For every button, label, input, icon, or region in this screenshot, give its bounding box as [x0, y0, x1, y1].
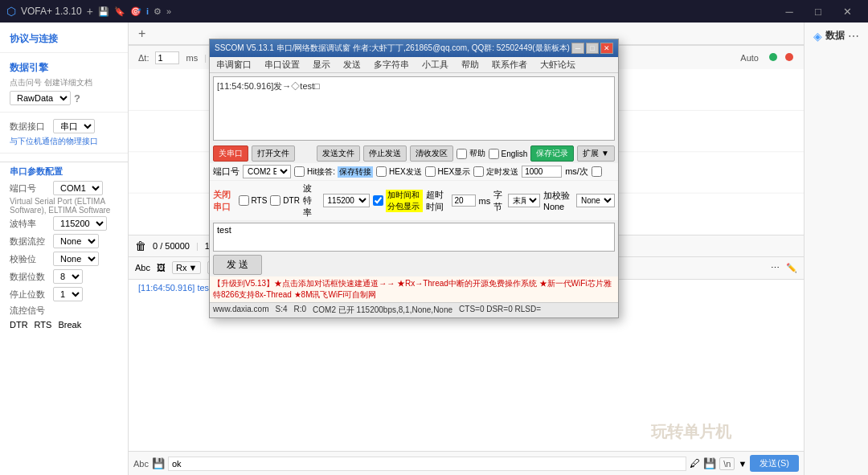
serial-config-title: 串口参数配置: [0, 162, 128, 179]
rawdata-select[interactable]: RawData: [10, 91, 71, 105]
divider-2: [0, 112, 128, 113]
baud-modal-label: 波特率: [303, 182, 320, 219]
flow-select[interactable]: None: [53, 234, 99, 248]
title-bar-left: ⬡ VOFA+ 1.3.10 + 💾 🔖 🎯 i ⚙ »: [6, 5, 171, 18]
data-bits-row: 数据位数 8: [0, 268, 128, 285]
title-bar-icons: + 💾 🔖 🎯 i ⚙ »: [87, 5, 171, 18]
modal-cts: CTS=0 DSR=0 RLSD=: [459, 305, 541, 316]
target-icon[interactable]: 🎯: [130, 6, 141, 17]
close-button[interactable]: ✕: [833, 0, 862, 23]
modal-s: S:4: [275, 305, 287, 316]
modal-config-row: 端口号 COM2 ELTIMA Virtual Serial Hit接答: 保存…: [210, 163, 618, 181]
modal-send-row: 发 送: [210, 253, 618, 276]
break-label: Break: [58, 320, 81, 330]
save-log-btn[interactable]: 保存记录: [530, 145, 574, 162]
app-icon: ⬡: [6, 5, 16, 18]
modal-url: www.daxia.com: [213, 305, 268, 316]
active-port-btn[interactable]: 关闭串口: [213, 189, 235, 213]
end-select[interactable]: 末尾: [508, 194, 540, 207]
menu-send[interactable]: 发送: [340, 57, 364, 72]
stop-bits-label: 停止位数: [10, 289, 50, 301]
ext-btn[interactable]: 扩展 ▼: [577, 145, 615, 162]
dtr-checkbox[interactable]: [270, 195, 280, 206]
title-bar-controls: ─ □ ✕: [775, 0, 862, 23]
modal-send-btn[interactable]: 发 送: [213, 255, 262, 275]
content-area: + Δt: ms | 缓冲区上限: /ch | Auto点数对齐: Auto: [129, 23, 804, 475]
baud-row: 波特率 115200: [0, 215, 128, 232]
flow-ctrl-label: 流控信号: [10, 305, 50, 317]
stop-bits-select[interactable]: 1: [53, 287, 83, 301]
rts-checkbox[interactable]: [239, 195, 249, 206]
hit-reply-checkbox[interactable]: [294, 166, 305, 177]
port-config-label: 端口号: [213, 166, 240, 178]
english-checkbox-row: English: [489, 149, 528, 159]
menu-serial-window[interactable]: 串调窗口: [213, 57, 255, 72]
parity-select[interactable]: None: [53, 252, 99, 266]
timer-send-row: 定时发送: [473, 166, 518, 178]
timeout-input[interactable]: [452, 195, 476, 207]
plus-icon[interactable]: +: [87, 5, 93, 18]
parity-label: 校验位: [10, 253, 50, 265]
add-time-checkbox[interactable]: [373, 195, 383, 206]
interface-link[interactable]: 与下位机通信的物理接口: [0, 135, 128, 148]
sscom-modal: SSCOM V5.13.1 串口/网络数据调试窗 作者:大虾丁丁,261865@…: [209, 39, 619, 318]
sidebar-data-desc: 点击问号 创建详细文档: [0, 76, 128, 89]
interval-input[interactable]: [522, 166, 562, 178]
menu-help[interactable]: 帮助: [458, 57, 482, 72]
save-icon[interactable]: 💾: [98, 6, 109, 17]
baud-select[interactable]: 115200: [53, 216, 107, 231]
timer-send-checkbox[interactable]: [473, 166, 484, 177]
maximize-button[interactable]: □: [804, 0, 833, 23]
dtr-row: DTR: [270, 195, 300, 206]
baud-modal-select[interactable]: 115200: [323, 194, 370, 207]
send-file-btn[interactable]: 发送文件: [317, 145, 360, 162]
stop-port-btn[interactable]: 关串口: [213, 145, 248, 162]
add-return-checkbox[interactable]: [592, 166, 602, 177]
hex-receive-checkbox[interactable]: [425, 166, 436, 177]
menu-forum[interactable]: 大虾论坛: [537, 57, 579, 72]
modal-receive-area[interactable]: [11:54:50.916]发→◇test□: [213, 76, 615, 141]
port-select[interactable]: COM1: [53, 181, 103, 195]
rts-label2: RTS: [252, 196, 268, 205]
help-icon[interactable]: ?: [74, 92, 80, 104]
modal-title: SSCOM V5.13.1 串口/网络数据调试窗 作者:大虾丁丁,261865@…: [215, 43, 570, 54]
menu-serial-settings[interactable]: 串口设置: [261, 57, 303, 72]
bookmark-icon[interactable]: 🔖: [114, 6, 125, 17]
manual-checkbox[interactable]: [457, 149, 467, 159]
menu-multistring[interactable]: 多字符串: [371, 57, 412, 72]
data-bits-select[interactable]: 8: [53, 269, 83, 284]
checksum-select[interactable]: None: [576, 194, 615, 207]
menu-contact[interactable]: 联系作者: [489, 57, 530, 72]
stop-send-btn[interactable]: 停止发送: [363, 145, 407, 162]
dtr-label2: DTR: [283, 196, 300, 205]
timer-send-label: 定时发送: [486, 166, 518, 178]
modal-send-input[interactable]: [217, 225, 611, 235]
stop-bits-row: 停止位数 1: [0, 285, 128, 303]
modal-close[interactable]: ✕: [600, 43, 613, 54]
dots-icon[interactable]: »: [166, 6, 171, 16]
parity-row: 校验位 None: [0, 250, 128, 268]
minimize-button[interactable]: ─: [775, 0, 804, 23]
hit-reply-label: Hit接答:: [307, 166, 335, 178]
english-checkbox[interactable]: [489, 149, 499, 159]
info-icon[interactable]: i: [146, 6, 149, 16]
clear-btn[interactable]: 清收发区: [410, 145, 453, 162]
add-time-row: 加时间和分包显示: [373, 190, 424, 212]
modal-send-area[interactable]: [213, 223, 615, 252]
interface-label: 数据接口: [10, 121, 50, 133]
hex-send-checkbox[interactable]: [376, 166, 387, 177]
menu-display[interactable]: 显示: [309, 57, 334, 72]
more-btn[interactable]: ⋯: [848, 30, 859, 43]
menu-tools[interactable]: 小工具: [419, 57, 452, 72]
right-panel-title: 数据: [825, 29, 845, 43]
modal-status-row: www.daxia.com S:4 R:0 COM2 已开 115200bps,…: [210, 302, 618, 317]
settings-icon[interactable]: ⚙: [154, 6, 162, 17]
modal-minimize[interactable]: ─: [571, 43, 584, 54]
port-config-select[interactable]: COM2 ELTIMA Virtual Serial: [243, 165, 291, 178]
modal-overlay: SSCOM V5.13.1 串口/网络数据调试窗 作者:大虾丁丁,261865@…: [129, 23, 804, 475]
interface-select[interactable]: 串口: [53, 119, 95, 133]
open-file-btn[interactable]: 打开文件: [252, 145, 295, 162]
interface-row: 数据接口 串口: [0, 117, 128, 135]
hex-receive-label: HEX显示: [438, 166, 471, 178]
modal-maximize[interactable]: □: [586, 43, 599, 54]
